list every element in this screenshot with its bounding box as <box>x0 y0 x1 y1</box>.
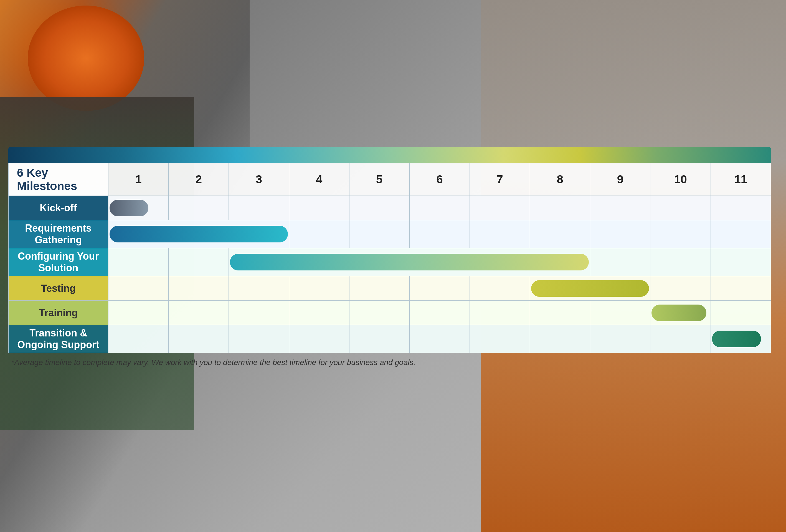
train-empty-1 <box>108 301 169 325</box>
config-empty-1 <box>108 248 169 276</box>
trans-empty-10 <box>650 325 711 353</box>
config-empty-9 <box>590 248 650 276</box>
test-empty-7 <box>469 276 530 301</box>
train-empty-2 <box>169 301 229 325</box>
req-empty-11 <box>711 220 771 248</box>
trans-empty-9 <box>590 325 650 353</box>
col-5: 5 <box>349 163 409 196</box>
req-empty-8 <box>530 220 590 248</box>
req-empty-6 <box>409 220 469 248</box>
trans-empty-2 <box>169 325 229 353</box>
gantt-gradient-header <box>8 147 771 163</box>
requirements-bar-cell <box>108 220 289 248</box>
configuring-row: Configuring Your Solution <box>8 248 771 276</box>
col-4: 4 <box>289 163 349 196</box>
testing-label: Testing <box>8 276 109 301</box>
footer-note: *Average timeline to complete may vary. … <box>11 358 415 367</box>
test-empty-6 <box>409 276 469 301</box>
transition-bar <box>712 331 761 347</box>
col-10: 10 <box>650 163 711 196</box>
kickoff-empty-4 <box>289 196 349 220</box>
training-label: Training <box>8 301 109 325</box>
kickoff-label: Kick-off <box>8 196 109 220</box>
col-2: 2 <box>169 163 229 196</box>
configuring-label: Configuring Your Solution <box>8 248 109 276</box>
training-bar-cell <box>650 301 711 325</box>
gantt-chart: 6 Key Milestones 1 2 3 4 5 6 7 8 9 10 11… <box>8 147 771 372</box>
trans-empty-7 <box>469 325 530 353</box>
kickoff-empty-6 <box>409 196 469 220</box>
kickoff-empty-7 <box>469 196 530 220</box>
req-empty-4 <box>289 220 349 248</box>
gantt-table: 6 Key Milestones 1 2 3 4 5 6 7 8 9 10 11… <box>8 163 771 353</box>
trans-empty-4 <box>289 325 349 353</box>
train-empty-3 <box>229 301 289 325</box>
config-empty-11 <box>711 248 771 276</box>
gantt-footer: *Average timeline to complete may vary. … <box>8 353 771 372</box>
kickoff-empty-2 <box>169 196 229 220</box>
requirements-row: Requirements Gathering <box>8 220 771 248</box>
kickoff-empty-3 <box>229 196 289 220</box>
config-empty-2 <box>169 248 229 276</box>
req-empty-9 <box>590 220 650 248</box>
train-empty-9 <box>590 301 650 325</box>
col-3: 3 <box>229 163 289 196</box>
train-empty-5 <box>349 301 409 325</box>
testing-row: Testing <box>8 276 771 301</box>
test-empty-2 <box>169 276 229 301</box>
trans-empty-5 <box>349 325 409 353</box>
test-empty-4 <box>289 276 349 301</box>
milestones-header: 6 Key Milestones <box>8 163 109 196</box>
kickoff-empty-5 <box>349 196 409 220</box>
column-header-row: 6 Key Milestones 1 2 3 4 5 6 7 8 9 10 11 <box>8 163 771 196</box>
transition-bar-cell <box>711 325 771 353</box>
testing-bar <box>531 280 649 297</box>
kickoff-empty-10 <box>650 196 711 220</box>
req-empty-7 <box>469 220 530 248</box>
trans-empty-1 <box>108 325 169 353</box>
configuring-bar-cell <box>229 248 590 276</box>
train-empty-11 <box>711 301 771 325</box>
trans-empty-3 <box>229 325 289 353</box>
test-empty-10 <box>650 276 711 301</box>
testing-bar-cell <box>530 276 650 301</box>
training-row: Training <box>8 301 771 325</box>
kickoff-row: Kick-off <box>8 196 771 220</box>
trans-empty-6 <box>409 325 469 353</box>
test-empty-11 <box>711 276 771 301</box>
kickoff-bar-cell <box>108 196 169 220</box>
kickoff-bar <box>110 200 148 216</box>
configuring-bar <box>230 254 589 271</box>
train-empty-7 <box>469 301 530 325</box>
train-empty-8 <box>530 301 590 325</box>
kickoff-empty-9 <box>590 196 650 220</box>
req-empty-10 <box>650 220 711 248</box>
requirements-label: Requirements Gathering <box>8 220 109 248</box>
test-empty-5 <box>349 276 409 301</box>
col-8: 8 <box>530 163 590 196</box>
col-6: 6 <box>409 163 469 196</box>
hard-hat <box>28 5 144 111</box>
kickoff-empty-8 <box>530 196 590 220</box>
col-9: 9 <box>590 163 650 196</box>
kickoff-empty-11 <box>711 196 771 220</box>
training-bar <box>651 304 707 321</box>
col-1: 1 <box>108 163 169 196</box>
req-empty-5 <box>349 220 409 248</box>
requirements-bar <box>110 226 288 242</box>
train-empty-6 <box>409 301 469 325</box>
transition-row: Transition & Ongoing Support <box>8 325 771 353</box>
config-empty-10 <box>650 248 711 276</box>
trans-empty-8 <box>530 325 590 353</box>
col-11: 11 <box>711 163 771 196</box>
col-7: 7 <box>469 163 530 196</box>
test-empty-1 <box>108 276 169 301</box>
test-empty-3 <box>229 276 289 301</box>
transition-label: Transition & Ongoing Support <box>8 325 109 353</box>
train-empty-4 <box>289 301 349 325</box>
